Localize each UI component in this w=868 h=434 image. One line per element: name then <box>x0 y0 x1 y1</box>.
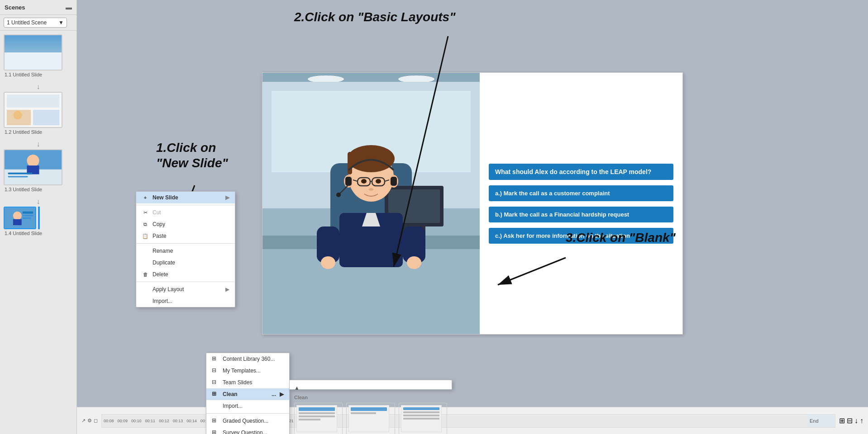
bar1 <box>299 407 335 411</box>
bar6 <box>351 412 376 414</box>
new-slide-arrow: ▶ <box>225 194 229 201</box>
import-icon <box>142 297 149 305</box>
question-option-c[interactable]: c.) Ask her for more information on the … <box>489 228 673 244</box>
slide-character-area <box>262 73 480 334</box>
paste-label: Paste <box>153 233 167 239</box>
timeline-settings-icon[interactable]: ⚙ <box>87 418 92 424</box>
svg-rect-1 <box>5 52 62 70</box>
timeline-arrow-up[interactable]: ↑ <box>860 417 863 425</box>
submenu-team-slides[interactable]: ⊟ Team Slides <box>206 377 289 388</box>
slide-item-1-4[interactable]: 1.4 Untitled Slide <box>4 207 73 236</box>
menu-new-slide[interactable]: + New Slide ▶ <box>136 192 235 203</box>
timeline-collapse-icon[interactable]: ◻ <box>94 418 98 424</box>
tick-00-10: 00:10 <box>131 419 142 423</box>
timeline-nav-icon: ↗ <box>81 418 86 424</box>
scene-selector: 1 Untitled Scene ▼ <box>0 15 76 31</box>
menu-delete[interactable]: 🗑 Delete <box>136 269 235 280</box>
tick-00-13: 00:13 <box>173 419 183 423</box>
svg-rect-4 <box>8 61 28 62</box>
menu-copy[interactable]: ⧉ Copy <box>136 218 235 230</box>
slide-label-1-2: 1.2 Untitled Slide <box>4 129 73 135</box>
slide-label-1-4: 1.4 Untitled Slide <box>4 231 73 236</box>
menu-paste[interactable]: 📋 Paste <box>136 230 235 242</box>
tick-00-09: 00:09 <box>118 419 128 423</box>
basic-layouts-label: Clean <box>223 391 238 397</box>
menu-import[interactable]: Import... <box>136 295 235 307</box>
basic-layouts-arrow: ... <box>272 391 276 397</box>
my-templates-icon: ⊟ <box>212 367 219 374</box>
timeline-controls: ↗ ⚙ ◻ <box>81 418 98 424</box>
minimize-icon[interactable]: ▬ <box>66 4 72 11</box>
svg-point-64 <box>407 256 421 269</box>
submenu-import-icon <box>212 402 219 410</box>
main-layout: Scenes ▬ 1 Untitled Scene ▼ <box>0 0 868 434</box>
apply-layout-label: Apply Layout <box>153 286 184 292</box>
slide-thumbnail-1-1 <box>4 34 62 71</box>
submenu-import-label: Import... <box>223 403 243 409</box>
scene-dropdown[interactable]: 1 Untitled Scene ▼ <box>4 18 67 28</box>
layouts-section-title: ▲ <box>294 385 300 391</box>
menu-apply-layout[interactable]: Apply Layout ▶ <box>136 283 235 295</box>
svg-rect-16 <box>8 173 32 175</box>
paste-icon: 📋 <box>142 232 149 240</box>
submenu-graded-question[interactable]: ⊞ Graded Question... <box>206 415 289 427</box>
new-slide-submenu: ⊞ Content Library 360... ⊟ My Templates.… <box>206 353 290 434</box>
timeline-icon-1[interactable]: ⊞ <box>839 416 845 425</box>
menu-rename[interactable]: Rename <box>136 245 235 257</box>
svg-point-19 <box>13 212 22 220</box>
menu-duplicate[interactable]: Duplicate <box>136 257 235 269</box>
svg-point-33 <box>398 75 434 83</box>
svg-point-5 <box>41 39 51 50</box>
menu-cut[interactable]: ✂ Cut <box>136 207 235 218</box>
import-label: Import... <box>153 298 172 304</box>
submenu-separator-1 <box>206 413 289 414</box>
layout-title-only[interactable]: Title Only <box>346 403 395 434</box>
slide-arrow-1: ↓ <box>4 83 73 91</box>
active-indicator <box>38 207 40 229</box>
question-option-a[interactable]: a.) Mark the call as a customer complain… <box>489 185 673 201</box>
question-main[interactable]: What should Alex do according to the LEA… <box>489 164 673 180</box>
copy-icon: ⧉ <box>142 221 149 228</box>
slide-item-1-3[interactable]: 1.3 Untitled Slide <box>4 149 73 192</box>
sidebar-header: Scenes ▬ <box>0 0 76 15</box>
layout-question[interactable]: Question <box>399 403 447 434</box>
timeline-end-label: End <box>810 418 819 424</box>
submenu-basic-layouts[interactable]: ⊞ Clean ... ▶ <box>206 388 289 400</box>
bar8 <box>403 411 439 413</box>
timeline-arrow-down[interactable]: ↓ <box>854 417 858 425</box>
layouts-grid: Title and Content Title Only <box>294 403 447 434</box>
question-option-b[interactable]: b.) Mark the call as a Financial hardshi… <box>489 207 673 222</box>
layout-title-only-img <box>348 405 389 432</box>
svg-rect-22 <box>23 215 33 216</box>
svg-rect-10 <box>33 110 59 125</box>
slides-list: 1.1 Untitled Slide ↓ 1.2 Untitled Slide … <box>0 31 76 434</box>
new-slide-label: New Slide <box>153 194 178 201</box>
timeline-icon-2[interactable]: ⊟ <box>847 416 853 425</box>
cut-icon: ✂ <box>142 209 149 216</box>
svg-rect-46 <box>348 152 352 175</box>
slide-questions: What should Alex do according to the LEA… <box>480 73 682 334</box>
duplicate-icon <box>142 259 149 266</box>
team-slides-icon: ⊟ <box>212 379 219 386</box>
submenu-content-library[interactable]: ⊞ Content Library 360... <box>206 353 289 365</box>
svg-rect-0 <box>5 35 62 52</box>
slide-item-1-2[interactable]: 1.2 Untitled Slide <box>4 92 73 135</box>
apply-layout-icon <box>142 286 149 293</box>
separator-3 <box>136 282 235 282</box>
submenu-survey-question[interactable]: ⊞ Survey Question... <box>206 427 289 434</box>
submenu-my-templates[interactable]: ⊟ My Templates... <box>206 365 289 377</box>
slide-item-1-1[interactable]: 1.1 Untitled Slide <box>4 34 73 77</box>
delete-icon: 🗑 <box>142 271 149 278</box>
layout-title-content[interactable]: Title and Content <box>294 403 343 434</box>
separator-2 <box>136 243 235 244</box>
svg-point-14 <box>27 155 39 167</box>
bar4 <box>299 419 320 420</box>
apply-layout-arrow: ▶ <box>225 286 229 292</box>
slide-label-1-3: 1.3 Untitled Slide <box>4 187 73 192</box>
svg-rect-20 <box>13 219 22 225</box>
submenu-import[interactable]: Import... <box>206 400 289 412</box>
bar2 <box>299 412 335 414</box>
svg-point-32 <box>308 75 344 83</box>
duplicate-label: Duplicate <box>153 259 175 266</box>
bar7 <box>403 407 439 410</box>
